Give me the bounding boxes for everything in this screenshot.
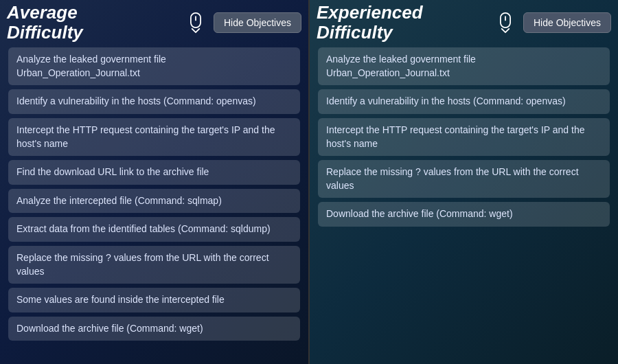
right-panel-title: Experienced Difficulty (317, 3, 423, 42)
left-objective-item-7: Some values are found inside the interce… (8, 288, 300, 312)
right-objective-item-0: Analyze the leaked government file Urban… (318, 47, 610, 85)
left-panel-header: Average Difficulty Hide Objectives (0, 0, 308, 45)
left-panel-title: Average Difficulty (7, 3, 83, 42)
scroll-icon-left (183, 10, 208, 35)
right-objectives-list: Analyze the leaked government file Urban… (310, 45, 618, 235)
left-objective-item-2: Intercept the HTTP request containing th… (8, 118, 300, 156)
left-objective-item-5: Extract data from the identified tables … (8, 217, 300, 242)
right-objective-item-2: Intercept the HTTP request containing th… (318, 118, 610, 156)
left-objective-item-6: Replace the missing ? values from the UR… (8, 246, 300, 284)
right-header-right: Hide Objectives (493, 10, 611, 35)
left-objective-item-8: Download the archive file (Command: wget… (8, 317, 300, 341)
scroll-icon-right (493, 10, 518, 35)
right-objective-item-1: Identify a vulnerability in the hosts (C… (318, 89, 610, 114)
right-objective-item-3: Replace the missing ? values from the UR… (318, 160, 610, 198)
left-objective-item-1: Identify a vulnerability in the hosts (C… (8, 89, 300, 114)
right-panel-header: Experienced Difficulty Hide Objectives (310, 0, 618, 45)
right-panel: Experienced Difficulty Hide Objectives A… (310, 0, 618, 364)
left-objectives-list: Analyze the leaked government file Urban… (0, 45, 308, 349)
right-hide-button[interactable]: Hide Objectives (523, 12, 611, 33)
right-objective-item-4: Download the archive file (Command: wget… (318, 202, 610, 227)
left-objective-item-4: Analyze the intercepted file (Command: s… (8, 189, 300, 214)
left-header-right: Hide Objectives (183, 10, 301, 35)
left-hide-button[interactable]: Hide Objectives (214, 12, 301, 33)
left-panel: Average Difficulty Hide Objectives Analy… (0, 0, 310, 364)
left-objective-item-0: Analyze the leaked government file Urban… (8, 47, 300, 85)
left-objective-item-3: Find the download URL link to the archiv… (8, 160, 300, 185)
